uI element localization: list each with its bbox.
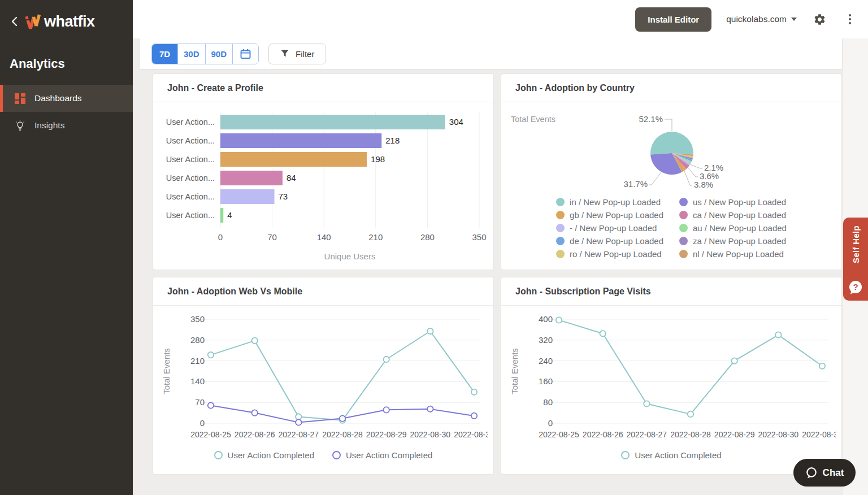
page-title: Analytics	[0, 31, 133, 85]
svg-text:2022-08-31: 2022-08-31	[454, 430, 488, 439]
pie-legend-item[interactable]: ca / New Pop-up Loaded	[679, 210, 787, 220]
sidebar-item-dashboards[interactable]: Dashboards	[0, 85, 133, 112]
pie-legend-item[interactable]: ro / New Pop-up Loaded	[556, 249, 663, 259]
date-range-group: 7D 30D 90D	[151, 44, 259, 64]
legend-label: User Action Completed	[346, 450, 432, 460]
self-help-label: Self Help	[851, 225, 861, 263]
line-legend-item[interactable]: User Action Completed	[621, 450, 721, 460]
legend-ring-icon	[332, 451, 341, 459]
svg-text:84: 84	[287, 173, 296, 183]
legend-label: in / New Pop-up Loaded	[570, 197, 661, 207]
svg-text:2022-08-25: 2022-08-25	[190, 430, 231, 439]
pie-legend-item[interactable]: in / New Pop-up Loaded	[556, 197, 663, 207]
back-button[interactable]	[8, 15, 20, 28]
legend-ring-icon	[621, 451, 630, 459]
filter-button[interactable]: Filter	[268, 44, 326, 64]
line-chart-legend: User Action CompletedUser Action Complet…	[153, 450, 493, 460]
legend-swatch-icon	[556, 224, 565, 232]
svg-text:2022-08-30: 2022-08-30	[410, 430, 451, 439]
sidebar-item-insights[interactable]: Insights	[0, 112, 133, 139]
svg-text:4: 4	[227, 210, 232, 220]
lightbulb-icon	[15, 120, 25, 131]
svg-text:320: 320	[539, 335, 553, 345]
chat-button-label: Chat	[823, 467, 844, 479]
svg-text:2022-08-26: 2022-08-26	[235, 430, 275, 439]
range-30d-button[interactable]: 30D	[178, 44, 206, 64]
svg-text:0: 0	[548, 418, 553, 428]
svg-text:280: 280	[190, 335, 205, 345]
svg-text:3.8%: 3.8%	[694, 180, 713, 189]
pie-legend-item[interactable]: us / New Pop-up Loaded	[679, 197, 787, 207]
svg-text:400: 400	[539, 314, 553, 324]
svg-text:31.7%: 31.7%	[623, 179, 648, 189]
whatfix-logo-icon	[24, 12, 43, 31]
legend-label: us / New Pop-up Loaded	[693, 197, 786, 207]
svg-text:User Action...: User Action...	[166, 118, 215, 127]
pie-value-label: Total Events	[511, 115, 555, 124]
whatfix-logo: whatfix	[24, 12, 95, 31]
legend-label: ca / New Pop-up Loaded	[693, 210, 786, 220]
legend-label: nl / New Pop-up Loaded	[693, 249, 784, 259]
svg-text:User Action...: User Action...	[166, 211, 215, 220]
self-help-tab[interactable]: Self Help ?	[843, 218, 868, 301]
chevron-down-icon	[791, 18, 797, 21]
more-menu-button[interactable]	[842, 11, 858, 27]
legend-swatch-icon	[679, 211, 688, 219]
svg-text:218: 218	[385, 136, 400, 145]
svg-text:2.1%: 2.1%	[704, 163, 723, 172]
bar-chart[interactable]: 070140210280350User Action...304User Act…	[157, 111, 493, 270]
line-legend-item[interactable]: User Action Completed	[332, 450, 432, 460]
account-dropdown[interactable]: quickolabs.com	[726, 14, 797, 24]
pie-legend-item[interactable]: - / New Pop-up Loaded	[556, 223, 663, 233]
svg-text:?: ?	[853, 282, 858, 292]
pie-legend-item[interactable]: au / New Pop-up Loaded	[679, 223, 787, 233]
logo-text: whatfix	[44, 13, 95, 31]
pie-legend-item[interactable]: nl / New Pop-up Loaded	[679, 249, 787, 259]
install-editor-button[interactable]: Install Editor	[635, 7, 711, 32]
svg-text:350: 350	[472, 232, 486, 242]
svg-text:2022-08-29: 2022-08-29	[366, 430, 407, 439]
svg-text:350: 350	[190, 314, 205, 324]
svg-text:0: 0	[200, 418, 205, 428]
legend-swatch-icon	[556, 250, 565, 258]
legend-label: au / New Pop-up Loaded	[693, 223, 787, 233]
svg-text:73: 73	[279, 192, 288, 201]
funnel-icon	[280, 50, 289, 58]
legend-label: ro / New Pop-up Loaded	[570, 249, 662, 259]
line-chart[interactable]: 080160240320400Total Events2022-08-25202…	[505, 312, 841, 446]
chat-button[interactable]: Chat	[793, 459, 856, 487]
calendar-button[interactable]	[233, 44, 258, 64]
svg-text:304: 304	[449, 117, 463, 127]
svg-text:240: 240	[539, 356, 553, 366]
legend-label: gb / New Pop-up Loaded	[570, 210, 663, 220]
svg-text:140: 140	[190, 376, 205, 386]
svg-text:198: 198	[371, 154, 385, 164]
svg-text:3.6%: 3.6%	[700, 171, 719, 181]
pie-legend-item[interactable]: de / New Pop-up Loaded	[556, 236, 663, 246]
range-7d-button[interactable]: 7D	[152, 44, 178, 64]
range-90d-button[interactable]: 90D	[206, 44, 233, 64]
svg-text:Total Events: Total Events	[162, 348, 171, 394]
pie-legend-item[interactable]: gb / New Pop-up Loaded	[556, 210, 663, 220]
svg-text:210: 210	[190, 356, 205, 366]
svg-text:80: 80	[543, 397, 553, 407]
legend-label: User Action Completed	[635, 450, 721, 460]
svg-text:Unique Users: Unique Users	[324, 251, 376, 261]
legend-swatch-icon	[679, 237, 688, 245]
svg-text:280: 280	[420, 232, 435, 242]
svg-text:52.1%: 52.1%	[639, 114, 663, 124]
svg-text:2022-08-27: 2022-08-27	[279, 430, 319, 439]
line-chart[interactable]: 070140210280350Total Events2022-08-25202…	[157, 312, 493, 446]
account-label: quickolabs.com	[726, 14, 787, 24]
svg-text:2022-08-30: 2022-08-30	[758, 430, 799, 439]
dashboards-icon	[15, 93, 25, 104]
settings-button[interactable]	[811, 11, 827, 27]
line-legend-item[interactable]: User Action Completed	[214, 450, 314, 460]
svg-text:70: 70	[195, 397, 205, 407]
kebab-icon	[849, 14, 851, 24]
svg-text:User Action...: User Action...	[166, 192, 215, 201]
legend-label: User Action Completed	[228, 450, 314, 460]
gear-icon	[813, 13, 826, 26]
legend-swatch-icon	[556, 211, 565, 219]
pie-legend-item[interactable]: za / New Pop-up Loaded	[679, 236, 787, 246]
